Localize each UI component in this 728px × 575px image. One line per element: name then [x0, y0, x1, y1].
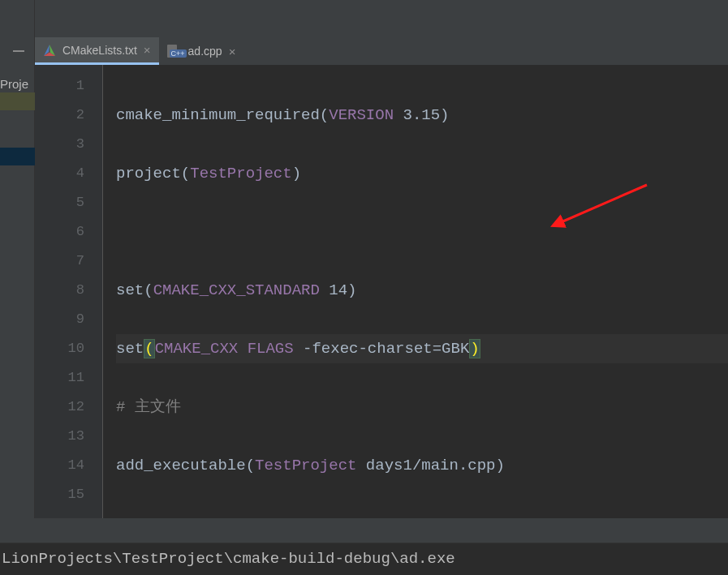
code-editor[interactable]: 1 2 3 4 5 6 7 8 9 10 11 12 13 14 15 cmak… — [35, 65, 728, 575]
collapse-icon[interactable] — [13, 50, 24, 52]
line-number: 7 — [35, 247, 84, 276]
terminal-output[interactable]: LionProjects\TestProject\cmake-build-deb… — [0, 543, 728, 575]
line-gutter: 1 2 3 4 5 6 7 8 9 10 11 12 13 14 15 — [35, 65, 103, 575]
code-line — [116, 217, 728, 247]
code-line: # 主文件 — [116, 393, 728, 422]
sidebar-label: Proje — [0, 77, 28, 91]
code-line: add_executable(TestProject days1/main.cp… — [116, 451, 728, 480]
tab-adcpp[interactable]: C++ ad.cpp × — [159, 37, 244, 65]
panel-gap — [0, 518, 728, 543]
line-number: 10 — [35, 334, 84, 363]
line-number: 9 — [35, 305, 84, 334]
code-line-current: set(CMAKE_CXX FLAGS -fexec-charset=GBK) — [116, 334, 728, 363]
editor-tabs: CMakeLists.txt × C++ ad.cpp × — [35, 37, 243, 65]
line-number: 3 — [35, 130, 84, 159]
line-number: 14 — [35, 451, 84, 480]
code-line: cmake_minimum_required(VERSION 3.15) — [116, 101, 728, 130]
line-number: 5 — [35, 188, 84, 217]
line-number: 4 — [35, 159, 84, 188]
line-number: 15 — [35, 480, 84, 509]
code-line: project(TestProject) — [116, 159, 728, 188]
line-number: 11 — [35, 363, 84, 393]
code-area[interactable]: cmake_minimum_required(VERSION 3.15) pro… — [103, 65, 728, 575]
line-number: 8 — [35, 276, 84, 305]
line-number: 1 — [35, 71, 84, 101]
code-line: set(CMAKE_CXX_STANDARD 14) — [116, 276, 728, 305]
sidebar-item[interactable] — [0, 92, 35, 110]
tab-label: CMakeLists.txt — [62, 44, 137, 57]
tab-cmakelists[interactable]: CMakeLists.txt × — [35, 37, 159, 65]
sidebar-item-selected[interactable] — [0, 148, 35, 165]
line-number: 12 — [35, 393, 84, 422]
tab-label: ad.cpp — [188, 45, 222, 58]
line-number: 2 — [35, 101, 84, 130]
cmake-icon — [43, 44, 56, 57]
cpp-file-icon: C++ — [167, 45, 182, 58]
line-number: 6 — [35, 217, 84, 247]
close-icon[interactable]: × — [144, 43, 151, 57]
project-sidebar[interactable]: Proje — [0, 0, 35, 535]
close-icon[interactable]: × — [229, 45, 236, 58]
line-number: 13 — [35, 422, 84, 451]
